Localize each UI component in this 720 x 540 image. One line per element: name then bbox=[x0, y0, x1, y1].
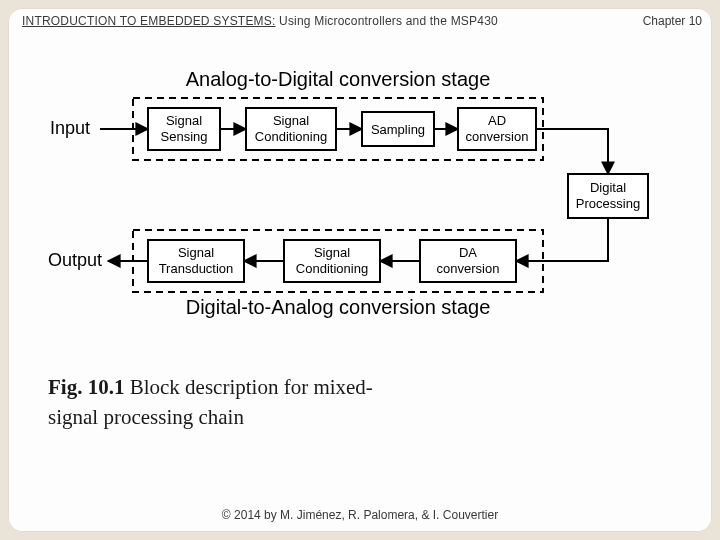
t-sensing-a: Signal bbox=[166, 113, 202, 128]
t-ad-b: conversion bbox=[466, 129, 529, 144]
t-ad-a: AD bbox=[488, 113, 506, 128]
figure-caption: Fig. 10.1 Block description for mixed-si… bbox=[48, 372, 408, 433]
figure-area: Analog-to-Digital conversion stage Digit… bbox=[48, 68, 672, 433]
slide: INTRODUCTION TO EMBEDDED SYSTEMS: Using … bbox=[8, 8, 712, 532]
arrow-to-dp bbox=[536, 129, 608, 174]
t-sampling: Sampling bbox=[371, 122, 425, 137]
title-suffix: Using Microcontrollers and the MSP430 bbox=[276, 14, 498, 28]
output-label: Output bbox=[48, 250, 102, 270]
input-label: Input bbox=[50, 118, 90, 138]
t-dp-b: Processing bbox=[576, 196, 640, 211]
t-dp-a: Digital bbox=[590, 180, 626, 195]
t-cond-b: Conditioning bbox=[255, 129, 327, 144]
b-cond-b: Conditioning bbox=[296, 261, 368, 276]
dac-stage-title: Digital-to-Analog conversion stage bbox=[186, 296, 491, 318]
t-cond-a: Signal bbox=[273, 113, 309, 128]
b-trans-a: Signal bbox=[178, 245, 214, 260]
b-da-a: DA bbox=[459, 245, 477, 260]
b-cond-a: Signal bbox=[314, 245, 350, 260]
figure-number: Fig. 10.1 bbox=[48, 375, 124, 399]
title-prefix: INTRODUCTION TO EMBEDDED SYSTEMS: bbox=[22, 14, 276, 28]
b-da-b: conversion bbox=[437, 261, 500, 276]
chapter-label: Chapter 10 bbox=[643, 14, 702, 28]
copyright-footer: © 2014 by M. Jiménez, R. Palomera, & I. … bbox=[8, 508, 712, 522]
arrow-from-dp bbox=[516, 218, 608, 261]
block-diagram: Analog-to-Digital conversion stage Digit… bbox=[48, 68, 668, 328]
t-sensing-b: Sensing bbox=[161, 129, 208, 144]
b-trans-b: Transduction bbox=[159, 261, 234, 276]
adc-stage-title: Analog-to-Digital conversion stage bbox=[186, 68, 491, 90]
book-title: INTRODUCTION TO EMBEDDED SYSTEMS: Using … bbox=[22, 14, 498, 28]
